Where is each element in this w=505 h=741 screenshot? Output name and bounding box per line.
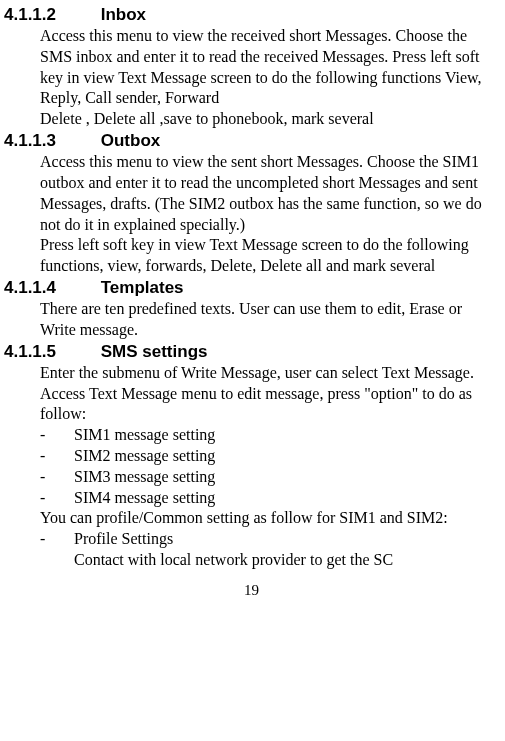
dash-icon: - bbox=[40, 446, 74, 467]
dash-icon: - bbox=[40, 488, 74, 509]
list-item: - SIM2 message setting bbox=[40, 446, 499, 467]
heading-templates-title: Templates bbox=[101, 278, 184, 297]
templates-para-1: There are ten predefined texts. User can… bbox=[40, 299, 499, 341]
sms-para-1: Enter the submenu of Write Message, user… bbox=[40, 363, 499, 425]
dash-icon: - bbox=[40, 425, 74, 446]
list-item-label: Profile Settings bbox=[74, 529, 499, 550]
heading-sms: 4.1.1.5 SMS settings bbox=[4, 341, 501, 363]
heading-outbox: 4.1.1.3 Outbox bbox=[4, 130, 501, 152]
heading-sms-title: SMS settings bbox=[101, 342, 208, 361]
heading-outbox-num: 4.1.1.3 bbox=[4, 130, 96, 152]
list-item: - SIM4 message setting bbox=[40, 488, 499, 509]
heading-inbox-num: 4.1.1.2 bbox=[4, 4, 96, 26]
list-item: - Profile Settings bbox=[40, 529, 499, 550]
inbox-para-1: Access this menu to view the received sh… bbox=[40, 26, 499, 109]
sms-para-2: You can profile/Common setting as follow… bbox=[40, 508, 499, 529]
list-item: - SIM1 message setting bbox=[40, 425, 499, 446]
heading-outbox-title: Outbox bbox=[101, 131, 161, 150]
heading-templates-num: 4.1.1.4 bbox=[4, 277, 96, 299]
list-item-label: SIM4 message setting bbox=[74, 488, 499, 509]
dash-icon: - bbox=[40, 467, 74, 488]
sms-sub-para-1: Contact with local network provider to g… bbox=[74, 550, 499, 571]
inbox-para-2: Delete , Delete all ,save to phonebook, … bbox=[40, 109, 499, 130]
dash-icon: - bbox=[40, 529, 74, 550]
heading-inbox-title: Inbox bbox=[101, 5, 146, 24]
heading-inbox: 4.1.1.2 Inbox bbox=[4, 4, 501, 26]
list-item-label: SIM2 message setting bbox=[74, 446, 499, 467]
heading-templates: 4.1.1.4 Templates bbox=[4, 277, 501, 299]
list-item-label: SIM3 message setting bbox=[74, 467, 499, 488]
list-item-label: SIM1 message setting bbox=[74, 425, 499, 446]
outbox-para-2: Press left soft key in view Text Message… bbox=[40, 235, 499, 277]
heading-sms-num: 4.1.1.5 bbox=[4, 341, 96, 363]
outbox-para-1: Access this menu to view the sent short … bbox=[40, 152, 499, 235]
page-number: 19 bbox=[2, 581, 501, 601]
list-item: - SIM3 message setting bbox=[40, 467, 499, 488]
